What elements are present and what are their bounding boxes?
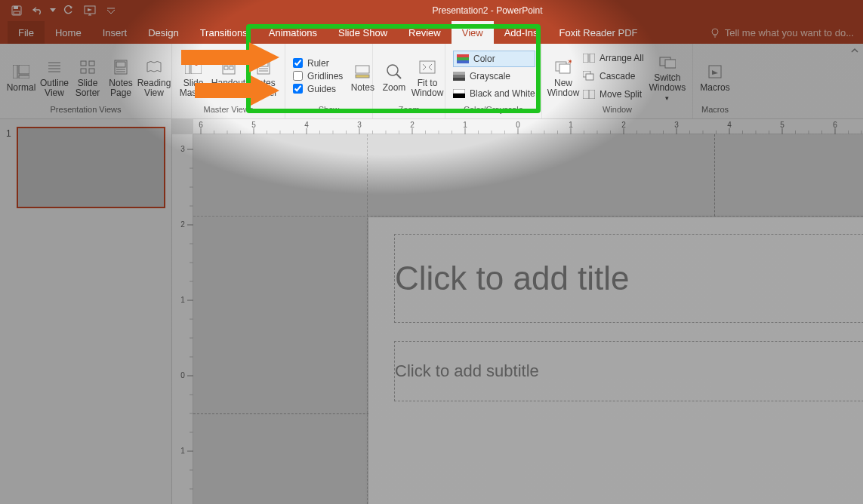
svg-rect-34 xyxy=(453,89,465,94)
switch-windows-button[interactable]: Switch Windows ▾ xyxy=(647,49,688,103)
outline-view-button[interactable]: Outline View xyxy=(38,54,71,98)
title-placeholder[interactable]: Click to add title xyxy=(394,234,863,323)
normal-view-button[interactable]: Normal xyxy=(5,59,38,93)
tab-animations[interactable]: Animations xyxy=(258,21,328,44)
workspace: 1 6543210123456 3210123 Click to add tit… xyxy=(0,119,863,504)
svg-text:6: 6 xyxy=(199,121,203,129)
fit-to-window-button[interactable]: Fit to Window xyxy=(411,54,444,98)
group-presentation-views: Normal Outline View Slide Sorter Notes P… xyxy=(0,44,172,118)
tell-me-search[interactable]: Tell me what you want to do... xyxy=(710,21,854,44)
move-split-button[interactable]: Move Split xyxy=(583,86,644,103)
handout-master-button[interactable]: Handout Master xyxy=(210,54,247,98)
group-color-grayscale: Color Grayscale Black and White Color/Gr… xyxy=(445,44,542,118)
undo-icon[interactable] xyxy=(27,2,48,20)
group-label: Master Views xyxy=(172,105,285,118)
ribbon-tabs: File Home Insert Design Transitions Anim… xyxy=(0,21,863,44)
black-white-button[interactable]: Black and White xyxy=(453,85,535,102)
group-zoom: Zoom Fit to Window Zoom xyxy=(373,44,445,118)
group-label: Zoom xyxy=(373,105,445,118)
new-window-icon: ✶ xyxy=(555,59,572,75)
svg-rect-6 xyxy=(19,65,29,74)
customize-qat-icon[interactable] xyxy=(104,2,118,20)
svg-text:1: 1 xyxy=(463,121,467,129)
svg-rect-27 xyxy=(420,61,435,73)
tab-home[interactable]: Home xyxy=(45,21,92,44)
grayscale-button[interactable]: Grayscale xyxy=(453,68,535,85)
group-label: Macros xyxy=(693,105,737,118)
svg-text:5: 5 xyxy=(780,121,784,129)
normal-view-icon xyxy=(13,63,29,80)
slide-sorter-button[interactable]: Slide Sorter xyxy=(71,54,104,98)
vertical-guide[interactable] xyxy=(367,134,368,504)
start-slideshow-icon[interactable] xyxy=(79,2,104,20)
tab-foxit[interactable]: Foxit Reader PDF xyxy=(548,21,648,44)
svg-rect-11 xyxy=(89,69,94,73)
arrange-all-button[interactable]: Arrange All xyxy=(583,50,644,66)
group-master-views: Slide Master Handout Master Notes Master… xyxy=(172,44,285,118)
save-icon[interactable] xyxy=(6,2,27,20)
tab-view[interactable]: View xyxy=(452,21,494,44)
cascade-icon xyxy=(583,71,595,81)
vertical-ruler[interactable]: 3210123 xyxy=(172,134,193,504)
group-label: Color/Grayscale xyxy=(445,105,541,118)
tab-insert[interactable]: Insert xyxy=(92,21,138,44)
tab-review[interactable]: Review xyxy=(398,21,452,44)
svg-rect-19 xyxy=(230,62,233,65)
svg-text:0: 0 xyxy=(180,371,185,380)
ribbon: Normal Outline View Slide Sorter Notes P… xyxy=(0,44,863,119)
collapse-ribbon-icon[interactable] xyxy=(849,45,860,56)
gridlines-checkbox[interactable]: Gridlines xyxy=(293,71,343,81)
slide-thumbnail-pane[interactable]: 1 xyxy=(0,119,172,504)
quick-access-toolbar: Presentation2 - PowerPoint xyxy=(0,0,863,21)
move-split-icon xyxy=(583,89,595,100)
group-macros: Macros Macros xyxy=(693,44,737,118)
redo-icon[interactable] xyxy=(57,2,79,20)
macros-button[interactable]: Macros xyxy=(698,59,732,93)
tab-file[interactable]: File xyxy=(8,21,45,44)
subtitle-placeholder[interactable]: Click to add subtitle xyxy=(394,341,863,401)
fit-window-icon xyxy=(419,59,436,75)
svg-text:6: 6 xyxy=(833,121,837,129)
svg-rect-8 xyxy=(81,61,86,66)
switch-windows-icon xyxy=(659,54,676,70)
edit-stage[interactable]: Click to add title Click to add subtitle xyxy=(193,134,863,504)
notes-page-button[interactable]: Notes Page xyxy=(104,54,137,98)
tab-slide-show[interactable]: Slide Show xyxy=(328,21,398,44)
window-title: Presentation2 - PowerPoint xyxy=(118,5,857,16)
slide-master-button[interactable]: Slide Master xyxy=(177,54,210,98)
tab-addins[interactable]: Add-Ins xyxy=(494,21,549,44)
svg-rect-14 xyxy=(185,60,190,74)
tab-design[interactable]: Design xyxy=(137,21,189,44)
new-window-button[interactable]: ✶ New Window xyxy=(547,54,580,98)
group-window: ✶ New Window Arrange All Cascade Move Sp… xyxy=(542,44,693,118)
color-button[interactable]: Color xyxy=(453,51,535,67)
cascade-button[interactable]: Cascade xyxy=(583,68,644,85)
chevron-down-icon: ▾ xyxy=(665,94,669,102)
slide[interactable]: Click to add title Click to add subtitle xyxy=(368,217,863,504)
svg-rect-20 xyxy=(224,66,228,69)
svg-rect-18 xyxy=(224,62,228,65)
zoom-button[interactable]: Zoom xyxy=(378,59,411,93)
arrange-all-icon xyxy=(583,53,595,63)
ruler-checkbox[interactable]: Ruler xyxy=(293,58,343,69)
horizontal-ruler[interactable]: 6543210123456 xyxy=(193,119,863,134)
notes-icon xyxy=(354,63,371,80)
svg-rect-35 xyxy=(453,94,465,98)
svg-text:3: 3 xyxy=(357,121,362,129)
svg-rect-42 xyxy=(586,74,593,80)
horizontal-guide[interactable] xyxy=(193,216,863,217)
reading-view-button[interactable]: Reading View xyxy=(137,54,171,98)
svg-rect-32 xyxy=(453,75,465,78)
slide-thumbnail[interactable]: 1 xyxy=(6,127,165,208)
svg-rect-2 xyxy=(14,11,20,14)
svg-rect-1 xyxy=(14,6,18,9)
notes-master-button[interactable]: Notes Master xyxy=(247,54,280,98)
guides-checkbox[interactable]: Guides xyxy=(293,84,343,94)
handout-master-icon xyxy=(220,59,237,75)
qat-dropdown-icon[interactable] xyxy=(48,2,57,20)
group-show: Ruler Gridlines Guides Notes Show xyxy=(285,44,373,118)
tab-transitions[interactable]: Transitions xyxy=(190,21,258,44)
svg-text:✶: ✶ xyxy=(567,60,572,66)
svg-rect-29 xyxy=(457,57,469,60)
color-swatch-icon xyxy=(457,54,469,64)
